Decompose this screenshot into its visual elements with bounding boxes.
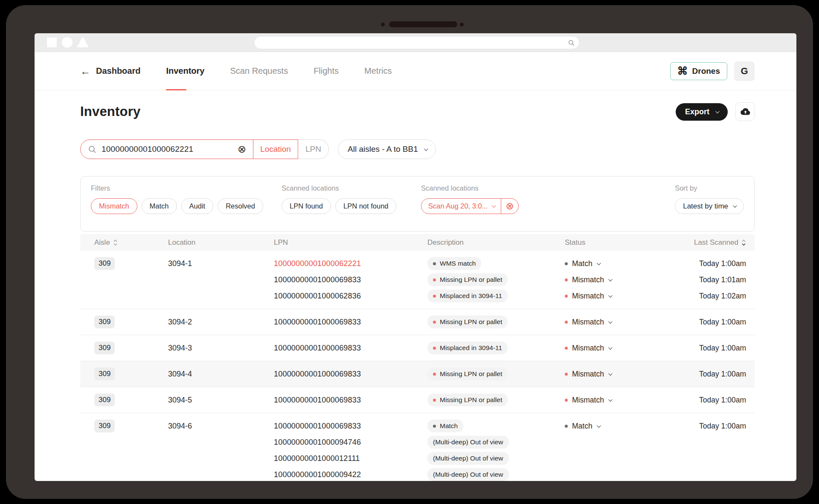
nav-tab-flights[interactable]: Flights: [314, 52, 339, 90]
status-dropdown[interactable]: Mismatch: [565, 275, 611, 284]
lpn-value[interactable]: 10000000001000062221: [274, 259, 361, 268]
filter-chip-lpn-found[interactable]: LPN found: [282, 198, 331, 214]
status-value: Match: [572, 422, 592, 431]
status-dot: [433, 262, 436, 265]
status-dropdown[interactable]: Match: [565, 422, 600, 431]
status-dropdown[interactable]: Match: [565, 259, 600, 268]
export-button[interactable]: Export: [676, 103, 728, 121]
drones-button[interactable]: ⌘ Drones: [670, 62, 727, 80]
lpn-value[interactable]: 10000000001000069833: [274, 396, 361, 405]
sort-dropdown[interactable]: Latest by time: [675, 198, 744, 214]
scan-date-chip[interactable]: Scan Aug 20, 3:0... ⊗: [421, 198, 519, 214]
sort-by-label: Sort by: [675, 184, 744, 192]
description-badge: (Multi-deep) Out of view: [427, 452, 509, 465]
search-tab-location[interactable]: Location: [253, 139, 298, 159]
magnifier-icon: [568, 40, 575, 46]
table-row-group: 3093094-210000000001000069833Missing LPN…: [80, 309, 755, 335]
status-dot: [433, 425, 436, 428]
lpn-value[interactable]: 10000000001000069833: [274, 370, 361, 379]
search-input[interactable]: 10000000001000062221 ⊗: [80, 139, 253, 159]
inventory-table: Aisle Location LPN Description Status La…: [80, 234, 755, 481]
lpn-cell: 10000000001000012111: [274, 454, 427, 463]
description-text: Missing LPN or pallet: [440, 370, 502, 378]
scanned-locations-label: Scanned locations: [421, 184, 519, 192]
nav-back-label: Dashboard: [96, 66, 140, 76]
last-scanned-value: Today 1:00am: [699, 370, 746, 379]
location-value: 3094-6: [168, 422, 192, 431]
search-tab-lpn[interactable]: LPN: [298, 139, 329, 159]
clear-scan-chip-icon[interactable]: ⊗: [501, 201, 518, 211]
nav-tab-inventory[interactable]: Inventory: [166, 52, 204, 90]
drones-button-label: Drones: [692, 67, 720, 76]
aisle-badge: 309: [94, 257, 115, 270]
status-dot: [433, 278, 436, 281]
status-value: Mismatch: [572, 396, 604, 405]
search-row: 10000000001000062221 ⊗ Location LPN All …: [80, 139, 755, 159]
search-value: 10000000001000062221: [102, 145, 232, 154]
filter-chip-resolved[interactable]: Resolved: [218, 198, 263, 214]
status-dropdown[interactable]: Mismatch: [565, 292, 611, 301]
status-cell: Mismatch: [565, 344, 662, 353]
sort-icon[interactable]: [113, 239, 118, 246]
description-text: Match: [440, 422, 458, 430]
table-row: 3093094-110000000001000062221WMS matchMa…: [80, 255, 755, 272]
status-dropdown[interactable]: Mismatch: [565, 370, 611, 379]
status-dropdown[interactable]: Mismatch: [565, 318, 611, 327]
lpn-value[interactable]: 10000000001000009422: [274, 470, 361, 479]
status-cell: Mismatch: [565, 318, 662, 327]
description-text: (Multi-deep) Out of view: [433, 471, 503, 478]
description-badge: Missing LPN or pallet: [427, 316, 508, 328]
description-badge: WMS match: [427, 257, 481, 270]
user-avatar[interactable]: G: [734, 61, 755, 81]
filter-chip-match[interactable]: Match: [142, 198, 177, 214]
last-scanned-value: Today 1:00am: [699, 318, 746, 327]
lpn-cell: 10000000001000069833: [274, 396, 427, 405]
location-cell: 3094-5: [168, 396, 274, 405]
search-icon: [88, 145, 96, 154]
lpn-value[interactable]: 10000000001000069833: [274, 318, 361, 327]
filter-chip-mismatch[interactable]: Mismatch: [91, 198, 137, 214]
filter-chip-lpn-not-found[interactable]: LPN not found: [335, 198, 397, 214]
column-header-description[interactable]: Description: [427, 238, 565, 247]
last-scanned-value: Today 1:01am: [699, 275, 746, 284]
description-badge: (Multi-deep) Out of view: [427, 468, 509, 481]
column-header-location[interactable]: Location: [168, 238, 274, 247]
status-dropdown[interactable]: Mismatch: [565, 396, 611, 405]
sort-icon[interactable]: [741, 239, 746, 246]
chevron-down-icon: [608, 293, 613, 298]
location-value: 3094-3: [168, 344, 192, 353]
lpn-value[interactable]: 10000000001000069833: [274, 422, 361, 431]
last-scanned-cell: Today 1:00am: [662, 259, 755, 268]
lpn-value[interactable]: 10000000001000062836: [274, 292, 361, 301]
nav-tab-label: Inventory: [166, 66, 204, 76]
aisle-badge: 309: [94, 394, 115, 406]
description-badge: (Multi-deep) Out of view: [427, 436, 509, 449]
status-dropdown[interactable]: Mismatch: [565, 344, 611, 353]
lpn-cell: 10000000001000069833: [274, 344, 427, 353]
lpn-value[interactable]: 10000000001000012111: [274, 454, 360, 463]
lpn-cell: 10000000001000009422: [274, 470, 427, 479]
nav-tab-metrics[interactable]: Metrics: [364, 52, 392, 90]
filter-chip-audit[interactable]: Audit: [181, 198, 214, 214]
nav-back-dashboard[interactable]: ← Dashboard: [80, 52, 140, 90]
column-header-last-scanned[interactable]: Last Scanned: [662, 238, 755, 247]
lpn-value[interactable]: 10000000001000069833: [274, 275, 361, 284]
scanned-locations-label: Scanned locations: [282, 184, 396, 192]
lpn-value[interactable]: 10000000001000094746: [274, 438, 361, 447]
device-frame: ← Dashboard Inventory Scan Requests Flig…: [6, 5, 813, 499]
column-header-aisle[interactable]: Aisle: [80, 238, 168, 247]
browser-url-bar[interactable]: [255, 37, 579, 49]
circle-logo-icon: [62, 37, 73, 48]
column-header-lpn[interactable]: LPN: [274, 238, 427, 247]
cloud-upload-button[interactable]: [735, 102, 755, 121]
aisle-filter-dropdown[interactable]: All aisles - A to BB1: [338, 139, 436, 159]
column-header-status[interactable]: Status: [565, 238, 662, 247]
lpn-value[interactable]: 10000000001000069833: [274, 344, 361, 353]
nav-tab-scan-requests[interactable]: Scan Requests: [230, 52, 288, 90]
status-dot: [433, 347, 436, 350]
lpn-cell: 10000000001000062836: [274, 292, 427, 301]
location-value: 3094-4: [168, 370, 192, 379]
lpn-cell: 10000000001000069833: [274, 275, 427, 284]
filters-label: Filters: [91, 184, 263, 192]
clear-search-icon[interactable]: ⊗: [238, 144, 246, 154]
